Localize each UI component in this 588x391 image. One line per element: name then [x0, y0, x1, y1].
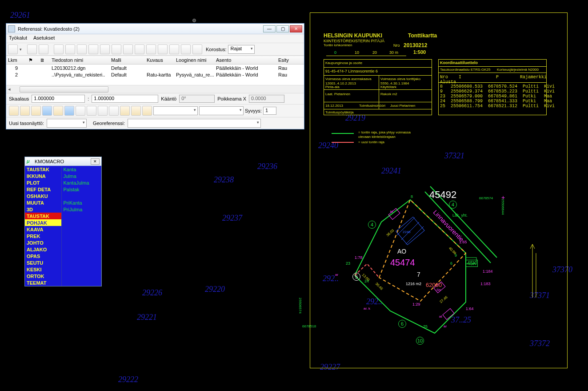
palette-titlebar[interactable]: μ KMOMACRO ✕ [25, 157, 101, 166]
tool-delete-clip-icon[interactable] [77, 44, 87, 54]
georef-combo[interactable] [128, 119, 261, 128]
ratio-129: 1:29 [412, 302, 420, 306]
uusi-combo[interactable] [47, 119, 87, 128]
node-4a: 4 [449, 201, 457, 209]
tool-rotate-icon[interactable] [158, 44, 168, 54]
palette-row[interactable]: TAUSTAK [25, 213, 101, 219]
palette-row[interactable]: KAAVA [25, 226, 101, 233]
tool-scale-icon[interactable] [135, 44, 144, 54]
parcel-45492: 45492 [429, 189, 456, 201]
titlebar[interactable]: Referenssi: Kuvatiedosto (2) — ▢ ✕ [6, 24, 304, 34]
palette-row[interactable]: PREK [25, 233, 101, 239]
palette-title: KMOMACRO [35, 159, 91, 164]
btn-7[interactable] [76, 106, 85, 116]
tool-clip-icon[interactable] [54, 44, 64, 54]
col-malli[interactable]: Malli [109, 57, 145, 63]
col-kuvaus[interactable]: Kuvaus [145, 57, 174, 63]
cad-node-label: 29236 [257, 162, 277, 171]
close-button[interactable]: ✕ [290, 25, 302, 32]
palette-row[interactable]: TAUSTAKKanta [25, 166, 101, 173]
btn-6[interactable] [64, 106, 74, 116]
tool-sphere-icon[interactable] [181, 44, 191, 54]
node-8: 8 [411, 194, 413, 199]
col-asento[interactable]: Asento [214, 57, 276, 63]
btn-5[interactable] [53, 106, 63, 116]
palette-row[interactable]: KESKI [25, 266, 101, 273]
georef-label: Georeferenssi: [93, 121, 125, 126]
palette-row[interactable]: REF DETAPalstak [25, 186, 101, 193]
tool-move-icon[interactable] [112, 44, 121, 54]
combo-b[interactable] [199, 106, 244, 115]
tool-x-icon[interactable] [192, 44, 202, 54]
node-6s: 6 [450, 261, 452, 266]
palette-row[interactable]: ORTOK [25, 273, 101, 279]
palette-close-button[interactable]: ✕ [91, 158, 100, 165]
btn-3[interactable] [31, 106, 41, 116]
cad-node-label: 29237 [222, 214, 242, 223]
table-row[interactable]: 9L20130212.dgnDefaultPäällekkäin - World… [6, 64, 304, 71]
btn-1[interactable] [9, 106, 19, 116]
palette-row[interactable]: OPAS [25, 253, 101, 259]
coord-e: 6678518 [302, 324, 316, 328]
combo-a[interactable] [153, 106, 198, 115]
kmomacro-palette[interactable]: μ KMOMACRO ✕ TAUSTAKKantaIKKUNAJulmaPLOT… [24, 157, 102, 286]
ar2: ar [444, 324, 447, 328]
col-lkm[interactable]: Lkm [6, 57, 27, 63]
btn-9[interactable] [98, 106, 108, 116]
menu-tyokalut[interactable]: Työkalut [9, 35, 27, 42]
col-esity[interactable]: Esity [276, 57, 299, 63]
parcel-ao: AO [397, 248, 406, 255]
bottom-fields: Uusi tasonäyttö: Georeferenssi: [6, 117, 304, 129]
col-doc-icon[interactable]: 🗎 [38, 57, 50, 63]
btn-4[interactable] [42, 106, 52, 116]
btn-12[interactable] [131, 106, 141, 116]
palette-row[interactable]: 3DPriJulma [25, 206, 101, 213]
col-flag-icon[interactable]: ⚑ [27, 57, 38, 63]
btn-8[interactable] [87, 106, 96, 116]
scrollbar-thumb[interactable] [20, 86, 108, 93]
palette-row[interactable]: JOHTO [25, 239, 101, 246]
palette-row[interactable]: ALJAKO [25, 246, 101, 253]
kaanto-label: Kääntö [161, 96, 176, 101]
palette-row[interactable]: POHJAK [25, 219, 101, 226]
palette-row[interactable]: MUUTAPriKanta [25, 199, 101, 206]
btn-13[interactable] [142, 106, 152, 116]
korostus-label: Korostus: [206, 47, 226, 52]
palette-row[interactable]: SEUTU [25, 259, 101, 266]
tool-tree-icon[interactable] [8, 44, 18, 54]
btn-10[interactable] [109, 106, 119, 116]
minimize-button[interactable]: — [263, 25, 276, 32]
palette-row[interactable]: TEEMAT [25, 279, 101, 286]
palette-row[interactable]: OSHAKU [25, 193, 101, 199]
skaalaus-b-input[interactable]: 1.000000 [92, 95, 158, 103]
tool-edit-icon[interactable] [88, 44, 98, 54]
uusi-label: Uusi tasonäyttö: [9, 121, 44, 126]
cad-node-label: 29226 [142, 288, 162, 298]
palette-row[interactable]: IKKUNAJulma [25, 173, 101, 179]
table-row[interactable]: 2..\Pysyvä_ratu_rekisteri..DefaultRatu-k… [6, 71, 304, 78]
kaanto-input[interactable]: 0° [179, 95, 215, 103]
palette-table: TAUSTAKKantaIKKUNAJulmaPLOTKantaJulmaREF… [25, 166, 101, 286]
poikkeama-input[interactable]: 0.0000 [249, 95, 284, 103]
btn-2[interactable] [20, 106, 30, 116]
tool-mask-icon[interactable] [65, 44, 75, 54]
tool-mirror-icon[interactable] [146, 44, 156, 54]
col-looginen[interactable]: Looginen nimi [174, 57, 214, 63]
tool-attach-icon[interactable] [27, 44, 37, 54]
syvyys-input[interactable]: 1 [263, 107, 276, 115]
tool-merge-icon[interactable] [169, 44, 179, 54]
skaalaus-a-input[interactable]: 1.000000 [32, 95, 85, 103]
palette-row[interactable]: PLOTKantaJulma [25, 179, 101, 186]
btn-11[interactable] [120, 106, 130, 116]
maximize-button[interactable]: ▢ [276, 25, 289, 32]
tool-detach-icon[interactable] [39, 44, 48, 54]
korostus-combo[interactable]: Rajat [228, 45, 255, 54]
dropdown-arrow-icon[interactable]: ▾ [20, 47, 22, 52]
col-tiedoston[interactable]: Tiedoston nimi [50, 57, 109, 63]
menu-asetukset[interactable]: Asetukset [33, 35, 55, 42]
poikkeama-label: Poikkeama X [217, 96, 246, 101]
tool-copy-icon[interactable] [123, 44, 133, 54]
tool-reload-icon[interactable] [100, 44, 110, 54]
horizontal-scrollbar[interactable]: ◂ [6, 85, 304, 93]
referenssi-window: Referenssi: Kuvatiedosto (2) — ▢ ✕ Työka… [6, 23, 304, 129]
